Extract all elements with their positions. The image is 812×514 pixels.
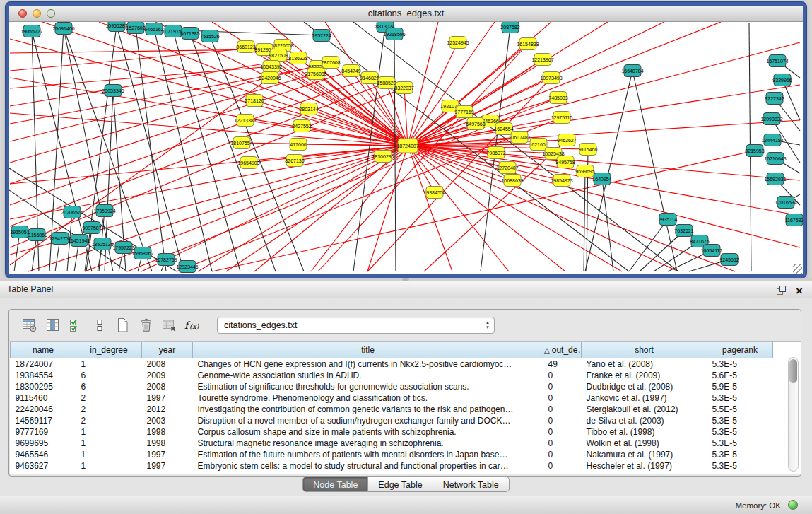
graph-node[interactable]: 13505135 <box>91 238 113 250</box>
table-cell[interactable]: Genome-wide association studies in ADHD. <box>193 370 543 381</box>
column-header-short[interactable]: short <box>582 342 707 358</box>
graph-node[interactable]: 18724007 <box>396 139 418 153</box>
graph-node[interactable]: 19218596 <box>383 28 405 40</box>
graph-node[interactable]: 12213967 <box>531 54 553 66</box>
graph-node[interactable]: 1167533 <box>785 214 803 226</box>
table-row[interactable]: 911546021997Tourette syndrome. Phenomeno… <box>11 392 773 404</box>
graph-node[interactable]: 12975115 <box>551 112 573 124</box>
graph-node[interactable]: 16154838 <box>517 38 539 50</box>
graph-node[interactable]: 7986372 <box>486 147 505 159</box>
graph-node[interactable]: 9699695 <box>575 165 594 177</box>
graph-node[interactable]: 12524945 <box>447 37 469 49</box>
table-cell[interactable]: Disruption of a novel member of a sodium… <box>193 415 543 426</box>
table-cell[interactable]: Structural magnetic resonance image aver… <box>193 438 543 449</box>
table-cell[interactable]: Franke et al. (2009) <box>582 370 707 381</box>
table-cell[interactable]: 2008 <box>142 381 193 392</box>
graph-node[interactable]: 21756085 <box>305 68 326 80</box>
graph-node[interactable]: 12444154 <box>761 134 783 146</box>
graph-node[interactable]: 6497568 <box>466 118 485 130</box>
table-cell[interactable]: 0 <box>543 460 582 472</box>
table-row[interactable]: 1872400712008Changes of HCN gene express… <box>11 358 773 370</box>
column-header-name[interactable]: name <box>11 342 76 358</box>
table-cell[interactable]: 0 <box>543 392 582 404</box>
table-cell[interactable]: 1997 <box>142 449 193 460</box>
column-header-year[interactable]: year <box>142 342 193 358</box>
graph-node[interactable]: 12093832 <box>760 113 782 125</box>
table-cell[interactable]: 5.5E-5 <box>707 404 773 415</box>
graph-node[interactable]: 2867608 <box>321 57 340 69</box>
table-cell[interactable]: 0 <box>543 449 582 460</box>
table-cell[interactable]: 18300295 <box>11 381 76 392</box>
graph-node[interactable]: 12720407 <box>496 162 518 174</box>
graph-node[interactable]: 7957224 <box>312 30 331 42</box>
table-row[interactable]: 946362711997Embryonic stem cells: a mode… <box>11 460 773 472</box>
graph-node[interactable]: 1588520 <box>377 77 396 89</box>
graph-node[interactable]: 62160 <box>530 139 547 151</box>
table-cell[interactable]: Yano et al. (2008) <box>582 358 707 370</box>
table-cell[interactable]: 1998 <box>142 426 193 438</box>
tab-node-table[interactable]: Node Table <box>302 477 368 492</box>
table-cell[interactable]: 6 <box>76 381 142 392</box>
graph-node[interactable]: 8267130 <box>285 155 304 167</box>
graph-node[interactable]: 17359924 <box>93 205 115 217</box>
graph-node[interactable]: 6466162 <box>144 23 163 35</box>
graph-node[interactable]: 18107554 <box>230 137 252 149</box>
graph-node[interactable]: 19654903 <box>237 157 259 169</box>
graph-node[interactable]: 16210643 <box>764 153 786 165</box>
graph-node[interactable]: 9777169 <box>454 106 473 118</box>
graph-node[interactable]: 16648784 <box>621 65 643 77</box>
table-cell[interactable]: 9777169 <box>11 426 76 438</box>
graph-node[interactable]: 20053346 <box>102 85 124 97</box>
table-cell[interactable]: 2 <box>76 404 142 415</box>
graph-node[interactable]: 12923446 <box>176 261 198 273</box>
graph-node[interactable]: 6671385 <box>180 28 199 40</box>
table-cell[interactable]: 5.3E-5 <box>707 449 773 460</box>
graph-node[interactable]: 19384554 <box>423 187 445 199</box>
table-settings-icon[interactable] <box>20 316 39 334</box>
graph-node[interactable]: 22420046 <box>259 72 281 84</box>
table-cell[interactable]: 9699695 <box>11 438 76 449</box>
graph-node[interactable]: 7632621 <box>674 225 693 237</box>
graph-node[interactable]: 17016534 <box>775 197 796 209</box>
table-cell[interactable]: 2003 <box>142 415 193 426</box>
table-row[interactable]: 977716911998Corpus callosum shape and si… <box>11 426 773 438</box>
zoom-window-button[interactable] <box>47 9 55 18</box>
table-cell[interactable]: 19384554 <box>11 370 76 381</box>
table-cell[interactable]: 49 <box>543 358 582 370</box>
graph-node[interactable]: 2935114 <box>659 214 678 226</box>
table-cell[interactable]: 1 <box>76 460 142 472</box>
graph-node[interactable]: 7515526 <box>200 30 219 42</box>
table-scrollbar[interactable] <box>788 357 799 472</box>
table-cell[interactable]: 2009 <box>142 370 193 381</box>
graph-node[interactable]: 12213383 <box>234 115 256 127</box>
table-cell[interactable]: Embryonic stem cells: a model to study s… <box>193 460 543 472</box>
graph-node[interactable]: 15692931 <box>764 173 786 185</box>
table-cell[interactable]: Tibbo et al. (1998) <box>582 426 707 438</box>
close-window-button[interactable] <box>18 9 27 18</box>
table-cell[interactable]: 14569117 <box>11 415 76 426</box>
graph-node[interactable]: 10654112 <box>701 245 723 257</box>
graph-node[interactable]: 10973493 <box>540 72 562 84</box>
table-cell[interactable]: 0 <box>543 404 582 415</box>
table-cell[interactable]: 22420046 <box>11 404 76 415</box>
table-cell[interactable]: Investigating the contribution of common… <box>193 404 543 415</box>
column-header-in_degree[interactable]: in_degree <box>76 342 142 358</box>
table-cell[interactable]: Stergiakouli et al. (2012) <box>582 404 707 415</box>
table-cell[interactable]: 5.3E-5 <box>707 415 773 426</box>
table-cell[interactable]: 6 <box>76 370 142 381</box>
table-cell[interactable]: 2 <box>76 392 142 404</box>
graph-node[interactable]: 16782759 <box>155 254 177 266</box>
new-table-icon[interactable] <box>114 316 132 334</box>
table-cell[interactable]: 5.3E-5 <box>707 392 773 404</box>
table-cell[interactable]: 1998 <box>142 438 193 449</box>
table-cell[interactable]: 1 <box>76 438 142 449</box>
close-panel-icon[interactable]: × <box>796 286 803 297</box>
table-row[interactable]: 969969511998Structural magnetic resonanc… <box>11 438 773 449</box>
table-cell[interactable]: Hescheler et al. (1997) <box>582 460 707 472</box>
show-columns-icon[interactable] <box>44 316 62 334</box>
graph-node[interactable]: 19854923 <box>551 175 572 187</box>
table-cell[interactable]: 5.3E-5 <box>707 460 773 472</box>
graph-node[interactable]: 2718120 <box>245 95 264 107</box>
table-cell[interactable]: 1 <box>76 426 142 438</box>
graph-node[interactable]: 8322037 <box>394 82 413 94</box>
